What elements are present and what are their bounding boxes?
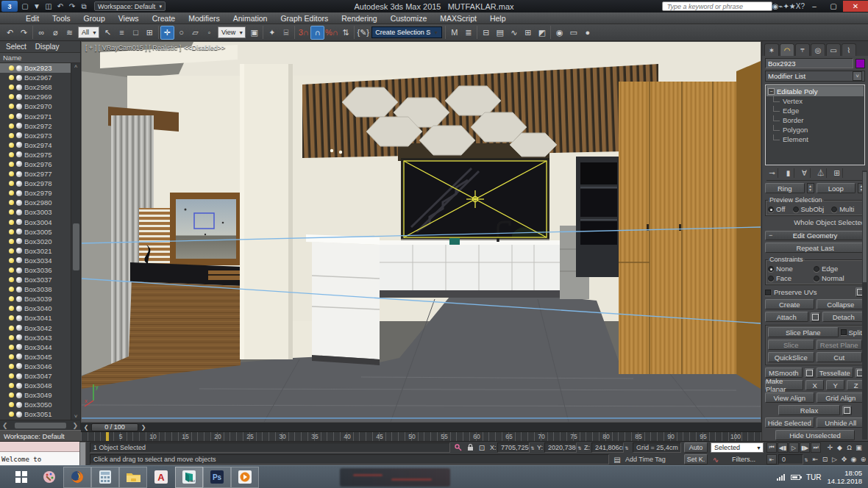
zoom-region-icon[interactable]: ⊡ <box>820 454 830 464</box>
lightbulb-icon[interactable] <box>9 181 14 186</box>
select-and-rotate-icon[interactable]: ○ <box>174 26 188 40</box>
menu-edit[interactable]: Edit <box>19 12 46 24</box>
application-menu-button[interactable]: 3 <box>1 1 18 12</box>
stack-item-edge[interactable]: Edge <box>766 106 864 115</box>
preserve-uvs-checkbox[interactable] <box>765 290 771 295</box>
frame-tick-label[interactable]: 15 <box>182 433 188 440</box>
select-by-name-icon[interactable]: ≡ <box>115 26 129 40</box>
stack-item-editable-poly[interactable]: − Editable Poly <box>766 86 864 96</box>
y-spinner[interactable]: ⇅ <box>577 442 583 453</box>
hide-selected-button[interactable]: Hide Selected <box>765 417 814 428</box>
rendered-frame-icon[interactable]: ▭ <box>566 26 580 40</box>
frame-tick-label[interactable]: 10 <box>149 433 156 440</box>
tessellate-button[interactable]: Tessellate <box>817 367 854 378</box>
relax-button[interactable]: Relax <box>778 405 840 415</box>
redo-small-icon[interactable]: ↷ <box>66 1 78 11</box>
orbit-icon[interactable]: Ω <box>844 442 854 453</box>
lightbulb-icon[interactable] <box>9 104 14 109</box>
spinner-snap-icon[interactable]: ⇅ <box>338 26 352 40</box>
minimize-button[interactable]: – <box>805 1 824 12</box>
create-tab[interactable]: ✶ <box>764 43 779 56</box>
view-align-button[interactable]: View Align <box>765 392 814 403</box>
go-to-end-icon[interactable]: ⏭ <box>811 442 821 453</box>
panel-scrollbar[interactable] <box>862 171 867 439</box>
media-player-icon[interactable] <box>231 467 259 488</box>
frame-tick-label[interactable]: 60 <box>473 433 480 440</box>
explorer-row[interactable]: Box2972 <box>0 121 80 131</box>
explorer-row[interactable]: Box2979 <box>0 188 80 198</box>
scroll-down-icon[interactable]: ˅ <box>71 413 80 420</box>
frame-tick-label[interactable]: 95 <box>700 433 706 440</box>
explorer-row[interactable]: Box3041 <box>0 313 80 323</box>
reference-coordinate-dropdown[interactable]: View▼ <box>218 26 246 38</box>
constraint-face-radio[interactable]: Face <box>768 274 811 282</box>
perspective-viewport[interactable]: [ + ] [ VRayCam015 ] [ Realistic ]<<Disa… <box>81 41 761 423</box>
scrollbar-thumb[interactable] <box>863 172 867 282</box>
listener-splitter[interactable] <box>79 442 86 466</box>
explorer-row[interactable]: Box3038 <box>0 284 80 294</box>
name-column-header[interactable]: Name <box>0 53 80 63</box>
3dsmax-icon[interactable]: MAX <box>175 467 203 488</box>
grid-align-button[interactable]: Grid Align <box>817 392 866 403</box>
repeat-last-button[interactable]: Repeat Last <box>765 243 865 253</box>
track-bar[interactable]: 5101520253035404550556065707580859095100 <box>81 432 761 441</box>
lightbulb-icon[interactable] <box>9 143 14 148</box>
close-button[interactable]: ✕ <box>843 1 868 12</box>
zoom-extents-icon[interactable]: ◆ <box>835 442 844 453</box>
undo-icon[interactable]: ↶ <box>3 26 17 40</box>
explorer-row[interactable]: Box2977 <box>0 169 80 179</box>
scrollbar-thumb[interactable] <box>73 223 79 270</box>
explorer-row[interactable]: Box3051 <box>0 409 80 419</box>
calculator-icon[interactable] <box>91 467 119 488</box>
preview-multi-radio[interactable]: Multi <box>831 205 854 213</box>
cut-button[interactable]: Cut <box>817 352 863 362</box>
explorer-row[interactable]: Box2980 <box>0 198 80 207</box>
help-search-box[interactable] <box>662 1 772 11</box>
project-folder-icon[interactable]: ⧉ <box>78 1 90 12</box>
field-of-view-icon[interactable]: ▷ <box>830 454 839 464</box>
lightbulb-icon[interactable] <box>9 306 14 311</box>
hierarchy-tab[interactable]: ⫧ <box>795 43 810 56</box>
mirror-icon[interactable]: M <box>447 26 461 40</box>
lightbulb-icon[interactable] <box>9 412 14 417</box>
file-explorer-icon[interactable] <box>119 467 147 488</box>
graphite-ribbon-icon[interactable]: ▤ <box>493 26 507 40</box>
render-setup-icon[interactable]: ◉ <box>552 26 566 40</box>
planar-x-button[interactable]: X <box>805 380 824 390</box>
display-tab[interactable]: ▭ <box>826 43 841 56</box>
explorer-row[interactable]: Box3050 <box>0 400 80 409</box>
frame-tick-label[interactable]: 85 <box>635 433 641 440</box>
frame-tick-label[interactable]: 35 <box>311 433 318 440</box>
lightbulb-icon[interactable] <box>9 277 14 282</box>
bind-to-space-warp-icon[interactable]: ≋ <box>63 26 77 40</box>
stack-item-border[interactable]: Border <box>766 115 864 125</box>
explorer-row[interactable]: Box2974 <box>0 140 80 150</box>
frame-tick-label[interactable]: 25 <box>246 433 253 440</box>
attach-settings-button[interactable] <box>811 312 820 322</box>
lightbulb-icon[interactable] <box>9 200 14 205</box>
frame-tick-label[interactable]: 20 <box>214 433 221 440</box>
set-key-button[interactable]: Set K. <box>684 454 708 464</box>
lightbulb-icon[interactable] <box>9 114 14 119</box>
lightbulb-icon[interactable] <box>9 354 14 359</box>
explorer-row[interactable]: Box3021 <box>0 246 80 256</box>
lightbulb-icon[interactable] <box>9 229 14 234</box>
lightbulb-icon[interactable] <box>9 171 14 176</box>
y-coordinate-field[interactable]: 2020,738cm <box>544 442 577 453</box>
current-frame-field[interactable]: 0 <box>778 454 803 464</box>
zoom-icon[interactable]: ⊕ <box>858 454 868 464</box>
start-button[interactable] <box>7 467 35 488</box>
explorer-row[interactable]: Box3037 <box>0 275 80 284</box>
configure-modifier-sets-icon[interactable]: ⊞ <box>831 168 843 178</box>
explorer-row[interactable]: Box3042 <box>0 323 80 333</box>
preview-off-radio[interactable]: Off <box>768 205 786 213</box>
select-and-scale-icon[interactable]: ▱ <box>188 26 202 40</box>
autocad-icon[interactable]: A <box>147 467 175 488</box>
lightbulb-icon[interactable] <box>9 94 14 99</box>
lightbulb-icon[interactable] <box>9 75 14 80</box>
network-signal-icon[interactable] <box>777 474 785 481</box>
split-checkbox[interactable] <box>841 329 847 335</box>
frame-tick-label[interactable]: 55 <box>441 433 447 440</box>
maximize-viewport-icon[interactable]: ▣ <box>854 442 864 453</box>
quickslice-button[interactable]: QuickSlice <box>768 352 814 362</box>
